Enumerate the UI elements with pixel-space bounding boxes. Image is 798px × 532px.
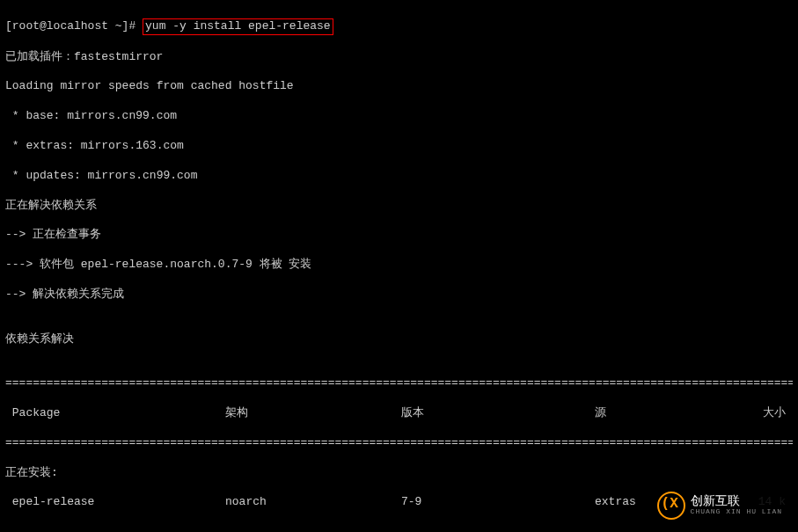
shell-prompt: [root@localhost ~]# [5, 19, 143, 33]
table-header-row: Package 架构 版本 源 大小 [5, 406, 793, 421]
watermark-logo-icon [657, 492, 685, 520]
output-line: 已加载插件：fastestmirror [5, 50, 793, 65]
col-version: 版本 [401, 406, 595, 421]
output-line: * extras: mirrors.163.com [5, 139, 793, 154]
col-repo: 源 [595, 406, 753, 421]
output-line: --> 解决依赖关系完成 [5, 288, 793, 302]
highlighted-command: yum -y install epel-release [143, 18, 333, 35]
watermark: 创新互联 CHUANG XIN HU LIAN [650, 488, 789, 523]
divider-line: ========================================… [5, 376, 793, 391]
output-line: * base: mirrors.cn99.com [5, 109, 793, 124]
output-line: Loading mirror speeds from cached hostfi… [5, 79, 793, 94]
cell-package: epel-release [5, 495, 225, 510]
watermark-subtext: CHUANG XIN HU LIAN [691, 507, 782, 516]
watermark-text: 创新互联 [691, 495, 782, 507]
output-line: * updates: mirrors.cn99.com [5, 169, 793, 184]
col-arch: 架构 [225, 406, 401, 421]
output-line: 依赖关系解决 [5, 332, 793, 347]
divider-line: ========================================… [5, 436, 793, 451]
terminal-output[interactable]: [root@localhost ~]# yum -y install epel-… [0, 0, 798, 532]
cell-arch: noarch [225, 495, 401, 510]
col-size: 大小 [753, 406, 793, 421]
output-line: 正在解决依赖关系 [5, 199, 793, 214]
output-line: --> 正在检查事务 [5, 228, 793, 243]
blank-line [5, 525, 793, 532]
col-package: Package [5, 406, 225, 421]
output-line: ---> 软件包 epel-release.noarch.0.7-9 将被 安装 [5, 258, 793, 273]
cell-version: 7-9 [401, 495, 595, 510]
section-installing: 正在安装: [5, 466, 793, 481]
